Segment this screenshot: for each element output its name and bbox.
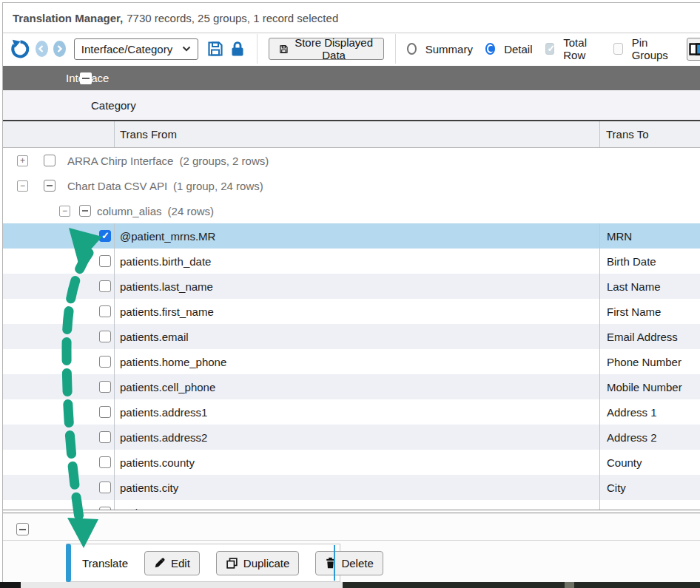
trans-to-value: State <box>607 507 633 510</box>
table-row[interactable]: patients.cityCity <box>3 475 700 500</box>
trans-from-value: patients.address1 <box>120 406 207 419</box>
store-button-label: Store Displayed Data <box>294 36 373 61</box>
trans-to-value: County <box>607 456 642 469</box>
trans-to-cell: MRN <box>599 223 700 249</box>
footer-collapse-icon[interactable] <box>16 523 29 535</box>
table-row[interactable]: patients.first_nameFirst Name <box>3 299 700 324</box>
group-row[interactable]: −Chart Data CSV API(1 group, 24 rows) <box>3 173 700 198</box>
trans-from-value: patients.birth_date <box>120 255 211 268</box>
row-checkbox[interactable] <box>99 507 111 510</box>
detail-radio-label: Detail <box>504 43 532 55</box>
trans-to-value: City <box>607 481 626 494</box>
group-checkbox[interactable] <box>79 205 91 217</box>
panel-accent-bar <box>66 544 71 582</box>
row-checkbox[interactable] <box>99 381 111 393</box>
trans-to-value: Email Address <box>607 331 678 343</box>
edit-button[interactable]: Edit <box>144 551 200 575</box>
trans-to-value: Address 1 <box>607 406 657 419</box>
collapse-all-icon[interactable] <box>80 72 92 84</box>
table-row[interactable]: patients.address1Address 1 <box>3 399 700 425</box>
trans-to-value: Phone Number <box>607 356 682 368</box>
summary-radio[interactable] <box>407 43 417 55</box>
chevron-down-icon <box>182 46 191 52</box>
group-checkbox[interactable] <box>44 180 55 192</box>
trans-to-cell: Email Address <box>599 324 700 349</box>
trans-from-column-header[interactable]: Trans From <box>120 128 177 141</box>
summary-radio-label: Summary <box>425 43 473 55</box>
trans-from-value: patients.city <box>120 481 178 494</box>
collapse-icon[interactable]: − <box>17 180 28 192</box>
trans-from-cell: @patient_mrns.MR <box>3 223 599 249</box>
table-row[interactable]: patients.home_phonePhone Number <box>3 349 700 374</box>
row-checkbox[interactable] <box>99 431 111 443</box>
trans-from-cell: patients.home_phone <box>3 349 599 374</box>
trans-to-cell: County <box>599 450 700 475</box>
table-row[interactable]: patients.last_nameLast Name <box>3 274 700 299</box>
group-count: (1 group, 24 rows) <box>173 180 263 192</box>
detail-radio[interactable] <box>485 43 495 55</box>
trans-from-value: patients.state <box>120 507 186 510</box>
row-checkbox[interactable] <box>99 481 111 493</box>
nav-forward-icon[interactable] <box>53 41 66 57</box>
panel-accent-line <box>334 545 335 581</box>
duplicate-button-label: Duplicate <box>243 557 290 570</box>
table-row[interactable]: patients.birth_dateBirth Date <box>3 249 700 274</box>
row-checkbox[interactable] <box>99 406 111 418</box>
duplicate-button[interactable]: Duplicate <box>216 551 300 575</box>
column-chooser-button[interactable] <box>687 38 700 61</box>
delete-button[interactable]: Delete <box>315 551 383 575</box>
trans-to-value: Last Name <box>607 280 661 293</box>
store-displayed-data-button[interactable]: Store Displayed Data <box>269 38 384 60</box>
trans-from-cell: patients.email <box>3 324 599 349</box>
footer-panel: Translate Edit Duplicate <box>3 513 700 582</box>
row-checkbox[interactable] <box>99 280 111 292</box>
row-checkbox[interactable] <box>99 456 111 468</box>
trans-to-column-header[interactable]: Trans To <box>606 128 649 141</box>
collapse-icon[interactable]: − <box>59 206 70 217</box>
trans-from-value: @patient_mrns.MR <box>120 230 215 243</box>
background-edge-strip <box>0 582 700 588</box>
undo-icon[interactable] <box>10 39 30 59</box>
group-label: ARRA Chirp Interface <box>67 155 173 167</box>
trans-to-value: Mobile Number <box>607 381 682 393</box>
total-row-checkbox[interactable] <box>545 43 555 55</box>
trans-from-cell: patients.city <box>3 475 599 500</box>
table-row[interactable]: patients.cell_phoneMobile Number <box>3 374 700 399</box>
row-checkbox[interactable] <box>99 255 111 267</box>
row-checkbox[interactable] <box>99 331 111 342</box>
interface-group-header: Interface <box>3 66 700 90</box>
save-layout-icon[interactable] <box>206 40 224 58</box>
table-row[interactable]: patients.emailEmail Address <box>3 324 700 349</box>
table-row[interactable]: patients.stateState <box>3 500 700 510</box>
trans-from-value: patients.first_name <box>120 305 214 318</box>
delete-button-label: Delete <box>341 557 373 570</box>
toolbar: Interface/Category Store Displayed Dat <box>3 33 700 64</box>
trans-to-cell: Address 1 <box>599 399 700 425</box>
columns-icon <box>689 43 700 55</box>
nav-back-icon[interactable] <box>36 41 48 57</box>
translate-label: Translate <box>82 557 128 570</box>
pin-groups-checkbox[interactable] <box>613 43 623 55</box>
lock-icon[interactable] <box>229 40 246 58</box>
row-checkbox[interactable] <box>99 230 111 242</box>
group-count: (2 groups, 2 rows) <box>179 155 269 167</box>
toolbar-separator <box>395 34 396 64</box>
table-row[interactable]: @patient_mrns.MRMRN <box>3 223 700 249</box>
trans-from-cell: patients.address1 <box>3 399 599 425</box>
group-row[interactable]: −column_alias(24 rows) <box>3 198 700 223</box>
total-row-label: Total Row <box>563 36 601 61</box>
row-checkbox[interactable] <box>99 356 111 368</box>
edit-button-label: Edit <box>171 557 190 570</box>
view-mode-dropdown[interactable]: Interface/Category <box>74 38 198 60</box>
trans-to-value: Birth Date <box>607 255 656 268</box>
group-count: (24 rows) <box>168 205 215 217</box>
toolbar-separator <box>257 34 258 64</box>
row-checkbox[interactable] <box>99 305 111 317</box>
group-checkbox[interactable] <box>44 155 55 166</box>
trans-from-cell: patients.last_name <box>3 274 599 299</box>
table-row[interactable]: patients.address2Address 2 <box>3 425 700 450</box>
expand-icon[interactable]: + <box>17 155 28 166</box>
trans-from-cell: patients.county <box>3 450 599 475</box>
table-row[interactable]: patients.countyCounty <box>3 450 700 475</box>
group-row[interactable]: +ARRA Chirp Interface(2 groups, 2 rows) <box>3 148 700 173</box>
